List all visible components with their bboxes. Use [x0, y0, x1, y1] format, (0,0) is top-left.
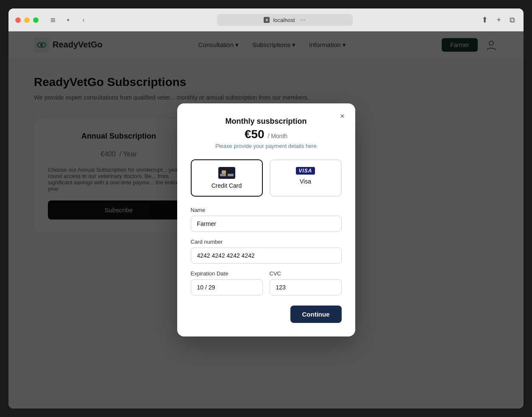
- card-number-label: Card number: [191, 239, 342, 245]
- button-row: Continue: [191, 302, 342, 323]
- modal-overlay: × Monthly susbscription €50 / Month Plea…: [8, 31, 524, 409]
- url-text: localhost: [273, 17, 295, 23]
- address-bar: X localhost ···: [95, 14, 475, 26]
- cvc-field-group: CVC: [270, 270, 342, 295]
- name-input[interactable]: [191, 216, 342, 232]
- name-label: Name: [191, 207, 342, 213]
- minimize-traffic-light[interactable]: [24, 17, 30, 23]
- modal-price-amount: €50: [245, 128, 265, 141]
- continue-button[interactable]: Continue: [290, 306, 342, 323]
- modal-price: €50 / Month: [191, 128, 342, 141]
- url-more-icon: ···: [300, 16, 306, 24]
- card-number-input[interactable]: [191, 247, 342, 264]
- cvc-label: CVC: [270, 270, 342, 277]
- modal-title: Monthly susbscription: [191, 117, 342, 126]
- close-traffic-light[interactable]: [15, 17, 21, 23]
- expiry-input[interactable]: [191, 279, 263, 295]
- chevron-down-icon[interactable]: ▾: [62, 15, 74, 25]
- modal-price-period: / Month: [267, 133, 287, 139]
- new-tab-icon[interactable]: +: [495, 14, 503, 26]
- expiry-label: Expiration Date: [191, 270, 263, 277]
- browser-content: ReadyVetGo Consultation ▾ Subscriptions …: [8, 31, 524, 409]
- payment-methods: Credit Card VISA Visa: [191, 159, 342, 197]
- visa-logo-icon: VISA: [296, 167, 315, 175]
- modal-close-button[interactable]: ×: [337, 110, 348, 122]
- expiry-cvc-row: Expiration Date CVC: [191, 270, 342, 302]
- browser-chrome: ⊞ ▾ ‹ X localhost ··· ⬆ + ⧉: [8, 8, 524, 31]
- expiry-field-group: Expiration Date: [191, 270, 263, 295]
- credit-card-label: Credit Card: [212, 182, 242, 189]
- tab-overview-icon[interactable]: ⧉: [508, 14, 517, 26]
- modal-subtitle: Please provide your payment details here: [191, 143, 342, 149]
- sidebar-toggle-button[interactable]: ⊞: [47, 15, 59, 25]
- url-bar[interactable]: X localhost ···: [217, 14, 353, 26]
- fullscreen-traffic-light[interactable]: [33, 17, 39, 23]
- traffic-lights: [15, 17, 39, 23]
- favicon-icon: X: [264, 17, 270, 23]
- card-number-field-group: Card number: [191, 239, 342, 264]
- payment-method-credit-card[interactable]: Credit Card: [191, 159, 263, 197]
- cvc-input[interactable]: [270, 279, 342, 295]
- payment-method-visa[interactable]: VISA Visa: [270, 159, 342, 197]
- back-button[interactable]: ‹: [78, 15, 89, 25]
- credit-card-icon: [218, 167, 235, 179]
- payment-modal: × Monthly susbscription €50 / Month Plea…: [177, 103, 355, 336]
- name-field-group: Name: [191, 207, 342, 232]
- share-icon[interactable]: ⬆: [480, 14, 490, 26]
- visa-label: Visa: [300, 178, 311, 185]
- chip-icon: [222, 170, 226, 174]
